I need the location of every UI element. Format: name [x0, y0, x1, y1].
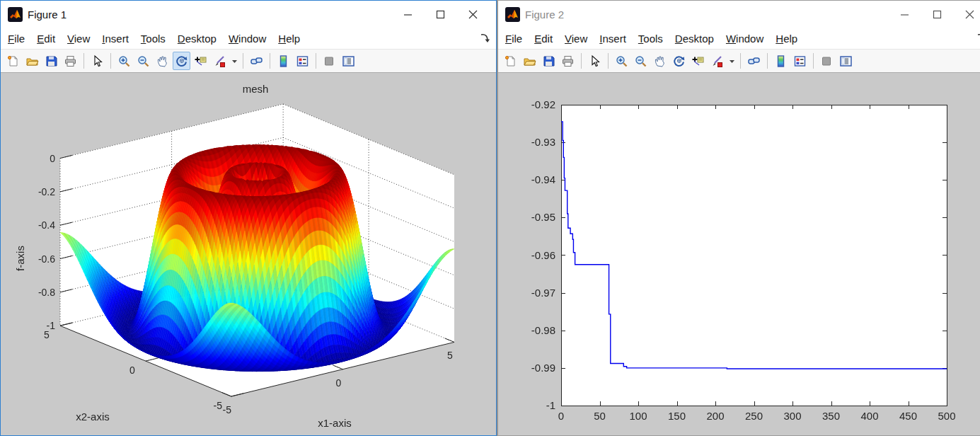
dock-figure-icon[interactable]	[976, 33, 980, 44]
rotate-3d-icon[interactable]	[173, 52, 190, 70]
matlab-logo-icon	[505, 7, 520, 22]
figure1-window: Figure 1 FileEditViewInsertToolsDesktopW…	[0, 0, 497, 436]
menu-help[interactable]: Help	[278, 33, 300, 45]
menubar: FileEditViewInsertToolsDesktopWindowHelp	[498, 28, 980, 49]
zoom-in-icon[interactable]	[613, 52, 630, 70]
menu-help[interactable]: Help	[776, 33, 797, 45]
toolbar-separator	[767, 53, 768, 69]
menu-file[interactable]: File	[505, 33, 522, 45]
maximize-button[interactable]	[921, 4, 953, 25]
titlebar[interactable]: Figure 1	[1, 1, 496, 28]
hide-plot-tools-icon[interactable]	[818, 52, 836, 70]
menu-file[interactable]: File	[8, 33, 25, 45]
data-cursor-icon[interactable]	[689, 52, 707, 70]
pan-icon[interactable]	[651, 52, 669, 70]
toolbar-separator	[270, 53, 270, 69]
link-plot-icon[interactable]	[248, 52, 265, 70]
menu-items: FileEditViewInsertToolsDesktopWindowHelp	[8, 33, 312, 45]
menu-insert[interactable]: Insert	[599, 33, 626, 45]
new-figure-icon[interactable]	[502, 52, 519, 70]
zoom-out-icon[interactable]	[134, 52, 152, 70]
toolbar-separator	[83, 53, 84, 69]
window-title: Figure 2	[525, 8, 564, 21]
matlab-logo-icon	[8, 7, 23, 22]
print-figure-icon[interactable]	[559, 52, 577, 70]
menu-window[interactable]: Window	[229, 33, 266, 45]
convergence-plot-canvas[interactable]	[498, 73, 980, 435]
menu-edit[interactable]: Edit	[534, 33, 553, 45]
menubar: FileEditViewInsertToolsDesktopWindowHelp	[1, 28, 496, 49]
insert-colorbar-icon[interactable]	[275, 52, 292, 70]
menu-desktop[interactable]: Desktop	[178, 33, 217, 45]
save-figure-icon[interactable]	[540, 52, 558, 70]
close-button[interactable]	[456, 4, 489, 25]
toolbar-separator	[581, 53, 582, 69]
zoom-out-icon[interactable]	[632, 52, 650, 70]
brush-data-icon[interactable]	[211, 52, 229, 70]
brush-data-icon[interactable]	[708, 52, 726, 70]
figure2-window: Figure 2 FileEditViewInsertToolsDesktopW…	[497, 0, 980, 436]
menu-edit[interactable]: Edit	[37, 33, 55, 45]
dock-figure-icon[interactable]	[479, 33, 490, 44]
maximize-button[interactable]	[424, 4, 456, 25]
menu-items: FileEditViewInsertToolsDesktopWindowHelp	[505, 33, 809, 45]
mesh-plot-canvas[interactable]	[1, 73, 496, 435]
insert-legend-icon[interactable]	[294, 52, 311, 70]
menu-window[interactable]: Window	[726, 33, 763, 45]
show-plot-tools-icon[interactable]	[340, 52, 357, 70]
insert-legend-icon[interactable]	[791, 52, 809, 70]
toolbar-separator	[740, 53, 741, 69]
print-figure-icon[interactable]	[62, 52, 79, 70]
open-file-icon[interactable]	[521, 52, 538, 70]
minimize-button[interactable]	[391, 4, 424, 25]
menu-view[interactable]: View	[67, 33, 90, 45]
toolbar	[498, 49, 980, 73]
link-plot-icon[interactable]	[745, 52, 763, 70]
toolbar	[1, 49, 496, 73]
brush-dropdown-icon[interactable]	[230, 52, 238, 70]
menu-tools[interactable]: Tools	[141, 33, 166, 45]
close-button[interactable]	[953, 4, 980, 25]
menu-desktop[interactable]: Desktop	[675, 33, 714, 45]
titlebar[interactable]: Figure 2	[498, 1, 980, 28]
data-cursor-icon[interactable]	[192, 52, 209, 70]
minimize-button[interactable]	[888, 4, 921, 25]
toolbar-separator	[316, 53, 316, 69]
menu-insert[interactable]: Insert	[102, 33, 129, 45]
open-file-icon[interactable]	[23, 52, 41, 70]
show-plot-tools-icon[interactable]	[837, 52, 855, 70]
save-figure-icon[interactable]	[42, 52, 60, 70]
toolbar-separator	[243, 53, 243, 69]
zoom-in-icon[interactable]	[115, 52, 133, 70]
rotate-3d-icon[interactable]	[670, 52, 688, 70]
window-title: Figure 1	[28, 8, 67, 21]
edit-pointer-icon[interactable]	[88, 52, 106, 70]
insert-colorbar-icon[interactable]	[772, 52, 790, 70]
toolbar-separator	[608, 53, 609, 69]
edit-pointer-icon[interactable]	[586, 52, 604, 70]
figure-canvas-area	[1, 73, 496, 435]
toolbar-separator	[813, 53, 814, 69]
hide-plot-tools-icon[interactable]	[321, 52, 338, 70]
brush-dropdown-icon[interactable]	[727, 52, 736, 70]
toolbar-separator	[110, 53, 111, 69]
new-figure-icon[interactable]	[4, 52, 22, 70]
menu-view[interactable]: View	[565, 33, 587, 45]
pan-icon[interactable]	[154, 52, 171, 70]
figure-canvas-area	[498, 73, 980, 435]
menu-tools[interactable]: Tools	[638, 33, 663, 45]
